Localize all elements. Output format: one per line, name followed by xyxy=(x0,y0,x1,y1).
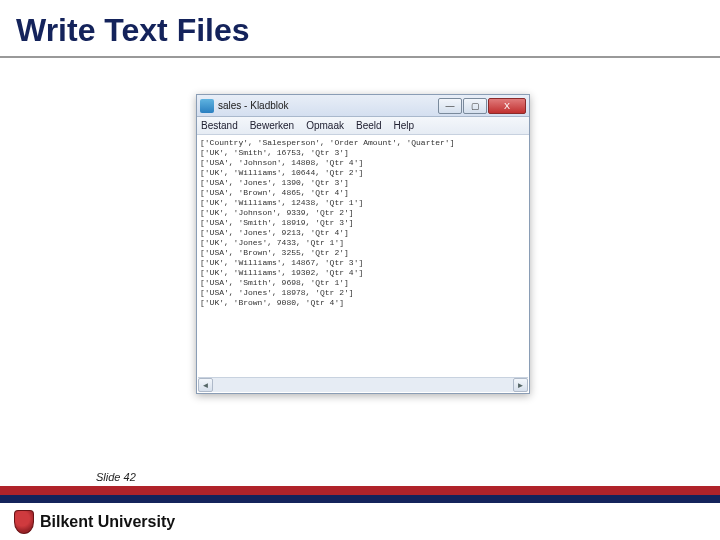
university-logo: Bilkent University xyxy=(14,510,175,534)
menu-edit[interactable]: Bewerken xyxy=(250,120,294,131)
title-divider xyxy=(0,56,720,58)
text-line: ['USA', 'Brown', 3255, 'Qtr 2'] xyxy=(200,248,526,258)
menu-file[interactable]: Bestand xyxy=(201,120,238,131)
text-line: ['UK', 'Williams', 14867, 'Qtr 3'] xyxy=(200,258,526,268)
text-line: ['UK', 'Jones', 7433, 'Qtr 1'] xyxy=(200,238,526,248)
window-title: sales - Kladblok xyxy=(218,100,437,111)
horizontal-scrollbar[interactable]: ◄ ► xyxy=(198,377,528,392)
menu-bar: Bestand Bewerken Opmaak Beeld Help xyxy=(197,117,529,135)
page-title: Write Text Files xyxy=(16,12,250,49)
notepad-icon xyxy=(200,99,214,113)
scroll-track[interactable] xyxy=(213,378,513,392)
text-line: ['UK', 'Williams', 10644, 'Qtr 2'] xyxy=(200,168,526,178)
window-buttons: — ▢ X xyxy=(437,98,526,114)
minimize-button[interactable]: — xyxy=(438,98,462,114)
slide-number: Slide 42 xyxy=(96,471,136,483)
crest-icon xyxy=(14,510,34,534)
text-line: ['Country', 'Salesperson', 'Order Amount… xyxy=(200,138,526,148)
text-line: ['USA', 'Jones', 18978, 'Qtr 2'] xyxy=(200,288,526,298)
text-line: ['USA', 'Smith', 9698, 'Qtr 1'] xyxy=(200,278,526,288)
titlebar[interactable]: sales - Kladblok — ▢ X xyxy=(197,95,529,117)
text-line: ['USA', 'Jones', 1390, 'Qtr 3'] xyxy=(200,178,526,188)
university-name: Bilkent University xyxy=(40,513,175,531)
text-line: ['UK', 'Williams', 12438, 'Qtr 1'] xyxy=(200,198,526,208)
text-area[interactable]: ['Country', 'Salesperson', 'Order Amount… xyxy=(198,136,528,376)
scroll-right-button[interactable]: ► xyxy=(513,378,528,392)
maximize-button[interactable]: ▢ xyxy=(463,98,487,114)
menu-help[interactable]: Help xyxy=(394,120,415,131)
text-line: ['UK', 'Johnson', 9339, 'Qtr 2'] xyxy=(200,208,526,218)
text-line: ['UK', 'Brown', 9080, 'Qtr 4'] xyxy=(200,298,526,308)
footer-band-navy xyxy=(0,495,720,503)
footer-band-red xyxy=(0,486,720,495)
menu-format[interactable]: Opmaak xyxy=(306,120,344,131)
scroll-left-button[interactable]: ◄ xyxy=(198,378,213,392)
notepad-window: sales - Kladblok — ▢ X Bestand Bewerken … xyxy=(196,94,530,394)
text-line: ['USA', 'Johnson', 14808, 'Qtr 4'] xyxy=(200,158,526,168)
menu-view[interactable]: Beeld xyxy=(356,120,382,131)
text-line: ['UK', 'Williams', 19302, 'Qtr 4'] xyxy=(200,268,526,278)
text-line: ['USA', 'Smith', 18919, 'Qtr 3'] xyxy=(200,218,526,228)
text-line: ['UK', 'Smith', 16753, 'Qtr 3'] xyxy=(200,148,526,158)
close-button[interactable]: X xyxy=(488,98,526,114)
text-line: ['USA', 'Jones', 9213, 'Qtr 4'] xyxy=(200,228,526,238)
text-line: ['USA', 'Brown', 4865, 'Qtr 4'] xyxy=(200,188,526,198)
